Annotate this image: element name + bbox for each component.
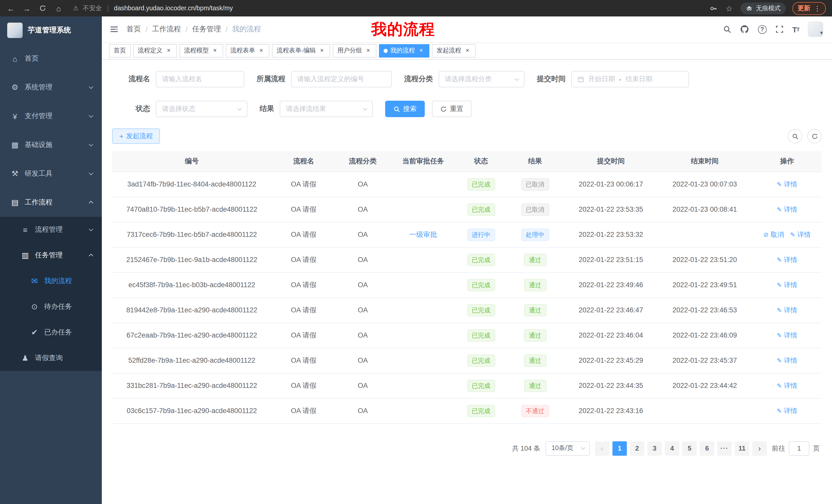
cell-category: OA — [336, 247, 390, 272]
home-icon[interactable]: ⌂ — [54, 4, 63, 12]
fullscreen-icon[interactable] — [775, 25, 784, 33]
detail-action-link[interactable]: ✎详情 — [777, 280, 797, 289]
table-row: 7470a810-7b9b-11ec-b5b7-acde48001122OA 请… — [112, 197, 822, 222]
page-button[interactable]: 4 — [665, 441, 679, 455]
sidebar-item[interactable]: ▦基础设施 — [0, 131, 102, 159]
app-logo[interactable]: 芋道管理系统 — [0, 17, 102, 44]
tab-item[interactable]: 流程表单-编辑× — [272, 44, 330, 57]
cell-actions: ✎详情 — [752, 373, 822, 398]
github-icon[interactable] — [740, 25, 749, 34]
page-size-select[interactable]: 10条/页 — [545, 441, 590, 455]
sidebar-item-label: 待办任务 — [44, 302, 72, 311]
tab-item[interactable]: 我的流程× — [379, 44, 430, 57]
breadcrumb-item[interactable]: 首页 — [127, 25, 141, 34]
page-button[interactable]: 2 — [630, 441, 644, 455]
search-button[interactable]: 搜索 — [385, 101, 425, 117]
tab-item[interactable]: 首页 — [109, 44, 131, 57]
list-icon: ≡ — [21, 225, 30, 234]
current-task-link[interactable]: 一级审批 — [409, 230, 437, 238]
sidebar-item[interactable]: ▥任务管理 — [0, 243, 102, 268]
page-button[interactable]: 1 — [613, 441, 627, 455]
help-icon[interactable]: ? — [758, 25, 767, 34]
tab-item[interactable]: 用户分组× — [333, 44, 376, 57]
page-button[interactable]: 6 — [700, 441, 714, 455]
sidebar-item[interactable]: ✔已办任务 — [0, 319, 102, 345]
process-name-input[interactable]: 请输入流程名 — [156, 71, 244, 87]
chevron-down-icon — [89, 85, 93, 89]
breadcrumb-item[interactable]: 任务管理 — [192, 25, 221, 34]
refresh-table-button[interactable] — [807, 129, 822, 143]
font-size-icon[interactable]: TT — [792, 25, 799, 34]
detail-action-link[interactable]: ✎详情 — [777, 255, 797, 264]
detail-action-link[interactable]: ✎详情 — [777, 205, 797, 214]
sidebar-item[interactable]: ≡流程管理 — [0, 217, 102, 243]
create-process-button[interactable]: + 发起流程 — [112, 129, 160, 144]
forward-icon[interactable]: → — [22, 4, 31, 12]
detail-action-link[interactable]: ✎详情 — [777, 305, 797, 315]
page-button[interactable]: 11 — [735, 441, 749, 455]
tab-close-icon[interactable]: × — [418, 47, 425, 54]
tab-label: 流程定义 — [138, 46, 162, 55]
result-select[interactable]: 请选择流结果 — [280, 101, 373, 117]
cell-result: 通过 — [505, 323, 565, 348]
tab-item[interactable]: 流程表单× — [226, 44, 269, 57]
address-bar[interactable]: ⚠ 不安全 | dashboard.yudao.iocoder.cn/bpm/t… — [73, 4, 702, 12]
sidebar-item[interactable]: ⚙系统管理 — [0, 73, 102, 102]
cell-id: ec45f38f-7b9a-11ec-b03b-acde48001122 — [112, 272, 271, 298]
sidebar-item-label: 首页 — [25, 54, 38, 63]
category-select[interactable]: 请选择流程分类 — [439, 71, 524, 87]
sidebar-item[interactable]: ♟请假查询 — [0, 345, 102, 371]
cell-end-time — [657, 398, 752, 423]
sidebar-toggle-icon[interactable] — [110, 25, 118, 33]
detail-action-link[interactable]: ✎详情 — [777, 179, 797, 189]
detail-action-link[interactable]: ✎详情 — [777, 381, 797, 390]
bookmark-star-icon[interactable]: ☆ — [725, 4, 734, 12]
back-icon[interactable]: ← — [6, 4, 16, 12]
cell-current-task — [390, 373, 457, 398]
table-row: 7317cec6-7b9b-11ec-b5b7-acde48001122OA 请… — [112, 222, 822, 247]
submenu: ≡流程管理▥任务管理✉我的流程⊙待办任务✔已办任务♟请假查询 — [0, 217, 102, 371]
reset-button[interactable]: 重置 — [432, 101, 471, 117]
detail-action-link[interactable]: ✎详情 — [777, 331, 797, 340]
cell-result: 通过 — [505, 247, 565, 272]
tab-item[interactable]: 流程定义× — [133, 44, 177, 57]
more-pages-button[interactable]: ··· — [717, 441, 732, 455]
cancel-action-link[interactable]: ⊘取消 — [763, 230, 784, 239]
avatar[interactable]: ▼ — [808, 22, 824, 37]
date-range-picker[interactable]: 开始日期 - 结束日期 — [571, 71, 689, 87]
sidebar-item[interactable]: ⌂首页 — [0, 44, 102, 73]
search-icon[interactable] — [723, 25, 731, 33]
goto-page-input[interactable]: 1 — [789, 441, 809, 455]
tab-close-icon[interactable]: × — [165, 47, 172, 54]
breadcrumb-item[interactable]: 工作流程 — [152, 25, 181, 34]
update-button[interactable]: 更新 ⋮ — [792, 2, 826, 15]
key-icon[interactable] — [709, 4, 718, 12]
tab-close-icon[interactable]: × — [258, 47, 265, 54]
tab-close-icon[interactable]: × — [211, 47, 218, 54]
reload-icon[interactable] — [38, 5, 47, 12]
chevron-up-icon — [89, 254, 93, 258]
next-page-button[interactable]: › — [752, 441, 767, 455]
tab-close-icon[interactable]: × — [464, 47, 471, 54]
sidebar-item[interactable]: ⚒研发工具 — [0, 159, 102, 188]
tab-close-icon[interactable]: × — [365, 47, 372, 54]
tab-close-icon[interactable]: × — [318, 47, 326, 54]
prev-page-button[interactable]: ‹ — [595, 441, 609, 455]
status-select[interactable]: 请选择状态 — [156, 101, 247, 117]
incognito-badge[interactable]: 无痕模式 — [740, 2, 786, 14]
tab-item[interactable]: 流程模型× — [179, 44, 223, 57]
sidebar-item[interactable]: ⊙待办任务 — [0, 294, 102, 319]
sidebar-item[interactable]: ¥支付管理 — [0, 102, 102, 131]
page-button[interactable]: 3 — [647, 441, 662, 455]
page-button[interactable]: 5 — [682, 441, 697, 455]
detail-action-link[interactable]: ✎详情 — [777, 356, 797, 365]
cell-actions: ✎详情 — [752, 247, 822, 272]
sidebar-item[interactable]: ▤工作流程 — [0, 188, 102, 217]
top-navbar: 首页/工作流程/任务管理/我的流程 我的流程 ? TT ▼ — [102, 17, 832, 42]
detail-action-link[interactable]: ✎详情 — [777, 406, 797, 415]
show-search-button[interactable] — [788, 129, 802, 143]
detail-action-link[interactable]: ✎详情 — [790, 230, 811, 239]
sidebar-item[interactable]: ✉我的流程 — [0, 268, 102, 294]
process-key-input[interactable]: 请输入流程定义的编号 — [291, 71, 392, 87]
tab-item[interactable]: 发起流程× — [432, 44, 476, 57]
